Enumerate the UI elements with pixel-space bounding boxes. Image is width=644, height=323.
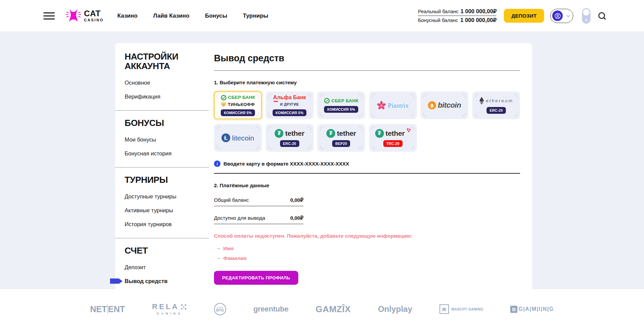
sber-check-icon [221,95,227,101]
payment-method-bitcoin[interactable]: ฿bitcoin [421,91,468,119]
missing-info-list: ИмяФамилия [214,243,520,263]
top-bar: CAT CASINO КазиноЛайв КазиноБонусыТурнир… [0,0,644,31]
ethereum-icon [479,97,484,105]
sidebar-item-available-tournaments[interactable]: Доступные турниры [125,191,214,202]
corner-mark [255,145,259,149]
tether-logo: ₮tether [326,129,356,138]
provider-logo-mascot: ЖMASCOT GAMING [439,304,484,314]
corner-mark [320,127,324,130]
avatar [552,10,563,21]
payment-method-sberbank[interactable]: СБЕР БАНККОМИССИЯ 5% [317,91,365,119]
balance-row-value: 0,00₽ [290,215,303,221]
provider-logo-relax: RELAGAMING [152,303,187,315]
payment-method-piastrix[interactable]: Piastrix [369,91,417,119]
sidebar-section-title-account-settings: НАСТРОЙКИ АККАУНТА [125,52,214,71]
payment-warning-text: Способ оплаты недоступен. Пожалуйста, до… [214,233,520,239]
payment-method-ethereum[interactable]: ethereumERC-20 [472,91,520,119]
corner-mark [255,127,259,130]
bitcoin-logo: ฿bitcoin [428,101,461,109]
corner-mark [320,94,324,98]
sidebar-item-withdrawal[interactable]: Вывод средств [125,275,214,287]
corner-mark [372,113,375,116]
corner-mark [475,113,479,116]
toggle-knob [583,9,589,16]
payment-methods-grid: СБЕР БАНКТИНЬКОФФКОМИССИЯ 5%Альфа БанкИ … [214,91,520,152]
corner-mark [514,113,517,116]
piastrix-flower-icon [377,101,386,110]
corner-mark [269,145,272,149]
corner-mark [307,94,311,98]
commission-badge: КОМИССИЯ 5% [273,109,307,116]
corner-mark [514,94,517,98]
corner-mark [269,127,272,130]
balance-rows: Общий баланс0,00₽Доступно для вывода0,00… [214,197,520,224]
balance-row-label: Доступно для вывода [214,215,265,221]
balance-block: Реальный баланс 1 000 000,00₽ Бонусный б… [418,7,496,24]
corner-mark [372,145,375,149]
profile-menu[interactable] [550,9,573,23]
sidebar-item-tournament-history[interactable]: История турниров [125,218,214,230]
corner-mark [217,145,220,149]
piastrix-logo: Piastrix [377,101,409,110]
commission-badge: КОМИССИЯ 5% [324,106,358,113]
note-text: Вводите карту в формате XXXX-XXXX-XXXX-X… [223,161,349,167]
sidebar-item-bonus-history[interactable]: Бонусная история [125,148,214,159]
deposit-button[interactable]: ДЕПОЗИТ [504,9,544,23]
sidebar-item-main[interactable]: Основное [125,77,214,88]
payment-method-tether-bep20[interactable]: ₮tetherBEP20 [317,124,365,152]
payment-method-litecoin[interactable]: Łlitecoin [214,124,262,152]
payment-method-alfa-bank[interactable]: Альфа БанкИ ДРУГИЕКОМИССИЯ 5% [266,91,314,119]
corner-mark [410,94,414,98]
logo-text-casino: CASINO [84,18,104,22]
sidebar-item-my-bonuses[interactable]: Мои бонусы [125,134,214,145]
theme-toggle[interactable]: ☀ [582,8,591,24]
sber-logo: СБЕР БАНК [324,98,359,104]
tether-icon: ₮ [275,129,283,138]
edit-profile-button[interactable]: РЕДАКТИРОВАТЬ ПРОФИЛЬ [214,271,298,285]
sidebar-item-active-tournaments[interactable]: Активные турниры [125,204,214,216]
tether-logo: ₮tether [275,129,304,138]
sidebar-section-title-account: СЧЕТ [125,246,214,255]
tinkoff-shield-icon [221,102,226,107]
account-sidebar: НАСТРОЙКИ АККАУНТАОсновноеВерификацияБОН… [115,43,214,323]
tether-logo: ₮tether [375,129,411,138]
logo[interactable]: CAT CASINO [66,8,104,24]
corner-mark [359,113,362,116]
providers-row: NETENTRELAGAMING★★★BTGgreentubeGAMZÎXOnl… [90,297,554,315]
payment-method-sber-tinkoff[interactable]: СБЕР БАНКТИНЬКОФФКОМИССИЯ 5% [214,91,262,119]
search-icon[interactable] [598,12,606,20]
sidebar-item-deposit[interactable]: Депозит [125,261,214,273]
title-divider [214,70,520,71]
sidebar-divider [115,238,209,238]
sidebar-divider [115,167,209,168]
sidebar-item-verification[interactable]: Верификация [125,91,214,102]
menu-button[interactable] [43,12,55,20]
payment-method-tether-trc20[interactable]: ₮tetherTRC-20 [369,124,417,152]
real-balance-value: 1 000 000,00₽ [460,8,497,15]
corner-mark [217,113,220,116]
card-format-note: i Вводите карту в формате XXXX-XXXX-XXXX… [214,160,520,167]
corner-mark [372,127,375,130]
sidebar-section-title-bonuses: БОНУСЫ [125,118,214,128]
real-balance-label: Реальный баланс [418,9,458,14]
corner-mark [307,127,311,130]
nav-item-casino[interactable]: Казино [117,13,137,19]
sber-logo: СБЕР БАНК [221,95,255,101]
bonus-balance-value: 1 000 000,00₽ [460,17,497,23]
corner-mark [269,113,272,116]
litecoin-logo: Łlitecoin [221,133,254,142]
corner-mark [423,113,427,116]
nav-item-live-casino[interactable]: Лайв Казино [153,13,189,19]
nav-item-tournaments[interactable]: Турниры [243,13,268,19]
corner-mark [410,145,414,149]
corner-mark [462,94,466,98]
nav-item-bonuses[interactable]: Бонусы [205,13,227,19]
bonus-balance-label: Бонусный баланс [418,18,458,23]
provider-logo-gamzix: GAMZÎX [316,304,351,315]
alfa-logo: Альфа Банк [273,95,306,100]
payment-method-tether-erc20[interactable]: ₮tetherERC-20 [266,124,314,152]
corner-mark [255,113,259,116]
provider-logo-greentube: greentube [253,305,288,314]
step1-label: 1. Выберите платежную систему [214,80,520,85]
corner-mark [255,94,259,98]
